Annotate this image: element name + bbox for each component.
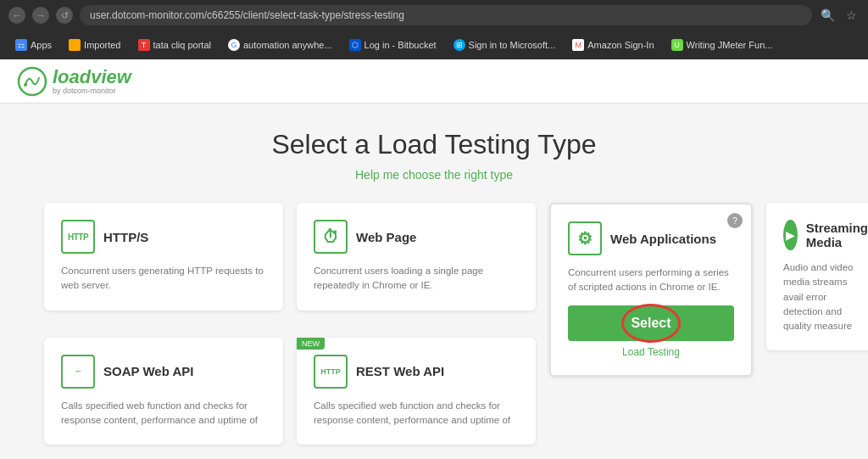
bookmark-jmeter-label: Writing JMeter Fun... (687, 40, 773, 50)
card-rest[interactable]: NEW HTTP REST Web API Calls specified we… (297, 338, 536, 445)
card-soap-title: SOAP Web API (103, 364, 193, 378)
browser-chrome: ← → ↺ 🔍 ☆ ⚏ Apps Imported T tata cliq po… (0, 0, 868, 59)
play-icon: ▶ (783, 220, 798, 250)
logo-icon (17, 66, 47, 97)
star-icon[interactable]: ☆ (843, 7, 860, 24)
page-title: Select a Load Testing Type (44, 129, 824, 160)
card-http-desc: Concurrent users generating HTTP request… (61, 264, 266, 294)
info-button[interactable]: ? (727, 213, 743, 228)
amazon-icon: M (572, 39, 584, 51)
card-soap-desc: Calls specified web function and checks … (61, 399, 266, 428)
logo-sub: by dotcom-monitor (53, 87, 131, 95)
url-bar[interactable] (80, 5, 812, 25)
bookmark-imported[interactable]: Imported (62, 37, 127, 53)
select-btn-container: Select (568, 305, 734, 341)
bookmark-jmeter[interactable]: U Writing JMeter Fun... (665, 37, 780, 53)
logo-text: loadview by dotcom-monitor (53, 68, 131, 95)
card-rest-header: HTTP REST Web API (314, 355, 519, 389)
card-webapps-header: ⚙ Web Applications (568, 221, 734, 255)
card-rest-desc: Calls specified web function and checks … (314, 399, 519, 428)
load-testing-label: Load Testing (568, 346, 734, 358)
help-link-anchor[interactable]: Help me choose the right type (355, 168, 513, 182)
bookmark-tata[interactable]: T tata cliq portal (131, 37, 218, 53)
gear-icon: ⚙ (577, 228, 593, 249)
card-http-icon: HTTP (61, 220, 95, 254)
bookmark-imported-label: Imported (84, 40, 120, 50)
bookmark-tata-label: tata cliq portal (153, 40, 211, 50)
bookmark-google[interactable]: G automation anywhe... (221, 37, 339, 53)
top-row: HTTP HTTP/S Concurrent users generating … (44, 203, 536, 311)
soap-icon-text: ··· (75, 367, 81, 376)
tata-icon: T (138, 39, 150, 51)
card-rest-icon: HTTP (314, 355, 348, 389)
bookmark-amazon-label: Amazon Sign-In (587, 40, 654, 50)
upwork-icon: U (671, 39, 683, 51)
card-webpage-desc: Concurrent users loading a single page r… (314, 264, 519, 294)
bookmark-microsoft[interactable]: ⊞ Sign in to Microsoft... (447, 37, 563, 53)
microsoft-icon: ⊞ (453, 39, 465, 51)
bookmark-microsoft-label: Sign in to Microsoft... (469, 40, 556, 50)
card-webpage-title: Web Page (356, 230, 416, 244)
logo-name: loadview (53, 68, 131, 87)
card-soap[interactable]: ··· SOAP Web API Calls specified web fun… (44, 338, 283, 445)
card-webapps-desc: Concurrent users performing a series of … (568, 266, 734, 295)
page-header: loadview by dotcom-monitor (0, 59, 868, 104)
card-streaming-desc: Audio and video media streams avail erro… (783, 260, 868, 333)
card-soap-header: ··· SOAP Web API (61, 355, 266, 389)
google-icon: G (228, 39, 240, 51)
atlassian-icon: ⬡ (349, 39, 361, 51)
refresh-button[interactable]: ↺ (56, 7, 73, 24)
new-badge: NEW (297, 338, 325, 350)
timer-icon: ⏱ (322, 227, 339, 247)
rest-icon-text: HTTP (320, 367, 341, 376)
card-webpage[interactable]: ⏱ Web Page Concurrent users loading a si… (297, 203, 536, 311)
search-icon[interactable]: 🔍 (819, 7, 836, 24)
card-webapps-title: Web Applications (610, 232, 716, 246)
left-cards: HTTP HTTP/S Concurrent users generating … (44, 203, 536, 458)
card-webapps[interactable]: ? ⚙ Web Applications Concurrent users pe… (549, 203, 753, 377)
card-http-title: HTTP/S (103, 230, 148, 244)
forward-button[interactable]: → (32, 7, 49, 24)
card-webpage-icon: ⏱ (314, 220, 348, 254)
bookmark-atlassian-label: Log in - Bitbucket (364, 40, 437, 50)
bookmark-apps-label: Apps (31, 40, 52, 50)
card-webpage-header: ⏱ Web Page (314, 220, 519, 254)
cards-grid: HTTP HTTP/S Concurrent users generating … (44, 203, 824, 458)
card-streaming-header: ▶ Streaming Media (783, 220, 868, 250)
card-rest-title: REST Web API (356, 364, 444, 378)
help-link: Help me choose the right type (44, 167, 824, 182)
apps-icon: ⚏ (15, 39, 27, 51)
back-button[interactable]: ← (8, 7, 25, 24)
bookmark-atlassian[interactable]: ⬡ Log in - Bitbucket (342, 37, 443, 53)
svg-point-1 (24, 83, 27, 87)
select-button[interactable]: Select (568, 305, 734, 341)
bottom-row: ··· SOAP Web API Calls specified web fun… (44, 338, 536, 445)
browser-toolbar: ← → ↺ 🔍 ☆ (0, 0, 868, 31)
card-streaming[interactable]: ▶ Streaming Media Audio and video media … (766, 203, 868, 350)
card-webapps-icon: ⚙ (568, 221, 602, 255)
main-content: Select a Load Testing Type Help me choos… (10, 104, 858, 459)
bookmark-apps[interactable]: ⚏ Apps (8, 37, 58, 53)
card-http-header: HTTP HTTP/S (61, 220, 266, 254)
http-icon-text: HTTP (68, 232, 88, 242)
page-content: loadview by dotcom-monitor Select a Load… (0, 59, 868, 459)
bookmarks-bar: ⚏ Apps Imported T tata cliq portal G aut… (0, 31, 868, 59)
card-http[interactable]: HTTP HTTP/S Concurrent users generating … (44, 203, 283, 311)
card-streaming-title: Streaming Media (806, 221, 868, 249)
imported-icon (69, 39, 81, 51)
bookmark-amazon[interactable]: M Amazon Sign-In (565, 37, 660, 53)
logo-container: loadview by dotcom-monitor (17, 66, 131, 97)
bookmark-google-label: automation anywhe... (243, 40, 332, 50)
card-soap-icon: ··· (61, 355, 95, 389)
